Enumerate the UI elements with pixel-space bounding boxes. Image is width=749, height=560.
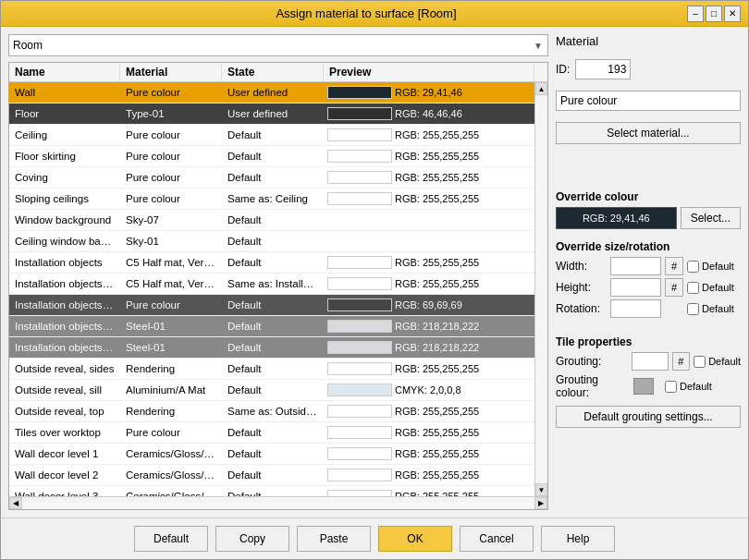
grouting-input[interactable]	[632, 352, 669, 371]
scroll-track[interactable]	[535, 95, 547, 483]
preview-cell: RGB: 255,255,255	[324, 252, 534, 273]
table-cell: Default	[222, 465, 324, 485]
minimize-button[interactable]: –	[687, 6, 704, 22]
table-cell: Default	[222, 252, 324, 273]
table-row[interactable]: Installation objects, eartSteel-01Defaul…	[9, 337, 534, 359]
grouting-colour-default-check: Default	[665, 381, 712, 393]
width-input[interactable]	[610, 257, 661, 275]
table-row[interactable]: Outside reveal, topRenderingSame as: Out…	[9, 401, 534, 422]
width-label: Width:	[556, 260, 607, 273]
width-hash-button[interactable]: #	[665, 257, 683, 275]
paste-button[interactable]: Paste	[297, 526, 371, 552]
height-hash-button[interactable]: #	[665, 278, 683, 297]
horiz-track[interactable]	[22, 497, 534, 509]
table-row[interactable]: Installation objects, holePure colourDef…	[9, 295, 534, 316]
rotation-default-checkbox[interactable]	[687, 303, 699, 315]
table-row[interactable]: Sloping ceilingsPure colourSame as: Ceil…	[9, 189, 534, 210]
copy-button[interactable]: Copy	[215, 526, 289, 552]
table-row[interactable]: FloorType-01User definedRGB: 46,46,46	[9, 103, 534, 125]
right-panel: Material ID: Select material... Override…	[556, 34, 741, 510]
restore-button[interactable]: □	[706, 6, 722, 22]
table-row[interactable]: Ceiling window backgrouSky-01Default	[9, 231, 534, 252]
height-input[interactable]	[610, 278, 661, 297]
grouting-default-label: Default	[708, 356, 741, 367]
material-name-input[interactable]	[556, 91, 741, 111]
table-cell: Coving	[9, 167, 120, 188]
table-row[interactable]: Wall decor level 3Ceramics/Gloss/Type-03…	[9, 486, 534, 496]
preview-cell: RGB: 218,218,222	[324, 316, 534, 336]
colour-row: RGB: 29,41,46 Select...	[556, 207, 741, 229]
rotation-label: Rotation:	[556, 302, 607, 315]
width-default-check: Default	[687, 261, 734, 273]
preview-cell: RGB: 255,255,255	[324, 359, 534, 379]
table-row[interactable]: Wall decor level 1Ceramics/Gloss/Type-03…	[9, 444, 534, 465]
material-panel-title: Material	[556, 34, 741, 48]
grouting-colour-row: Grouting colour: Default	[556, 373, 741, 399]
ok-button[interactable]: OK	[378, 526, 452, 552]
surface-table: Name Material State Preview WallPure col…	[8, 62, 548, 510]
table-cell: Wall decor level 2	[9, 465, 120, 485]
table-cell: Type-01	[120, 103, 222, 124]
grouting-hash-button[interactable]: #	[672, 352, 690, 371]
table-row[interactable]: Outside reveal, sidesRenderingDefaultRGB…	[9, 359, 534, 380]
width-row: Width: # Default	[556, 257, 741, 275]
scroll-left-btn[interactable]: ◀	[9, 497, 22, 509]
rotation-row: Rotation: Default	[556, 299, 741, 318]
table-row[interactable]: WallPure colourUser definedRGB: 29,41,46	[9, 82, 534, 103]
col-preview: Preview	[324, 63, 534, 81]
height-default-label: Default	[702, 282, 734, 293]
table-row[interactable]: Wall decor level 2Ceramics/Gloss/Type-03…	[9, 465, 534, 486]
table-cell: Pure colour	[120, 125, 222, 145]
width-default-checkbox[interactable]	[687, 261, 699, 273]
cancel-button[interactable]: Cancel	[460, 526, 534, 552]
table-cell: Rendering	[120, 359, 222, 379]
height-default-checkbox[interactable]	[687, 282, 699, 294]
help-button[interactable]: Help	[541, 526, 615, 552]
grouting-row: Grouting: # Default	[556, 352, 741, 371]
id-input[interactable]	[575, 59, 631, 79]
close-button[interactable]: ✕	[724, 6, 741, 22]
scroll-right-btn[interactable]: ▶	[534, 497, 547, 509]
table-row[interactable]: CeilingPure colourDefaultRGB: 255,255,25…	[9, 125, 534, 146]
grouting-colour-label: Grouting colour:	[556, 373, 630, 399]
table-cell: Sky-07	[120, 210, 222, 230]
table-cell: C5 Half mat, Very smoot	[120, 252, 222, 273]
select-material-button[interactable]: Select material...	[556, 122, 741, 144]
rotation-input[interactable]	[610, 299, 661, 318]
height-default-check: Default	[687, 282, 734, 294]
grouting-colour-default-checkbox[interactable]	[665, 381, 677, 393]
scroll-up-btn[interactable]: ▲	[535, 82, 547, 95]
table-row[interactable]: Outside reveal, sillAluminium/A MatDefau…	[9, 380, 534, 401]
grouting-default-checkbox[interactable]	[694, 356, 706, 368]
tile-section: Tile properties Grouting: # Default Grou…	[556, 335, 741, 428]
table-cell: Installation objects, scre	[9, 316, 120, 336]
table-row[interactable]: CovingPure colourDefaultRGB: 255,255,255	[9, 167, 534, 189]
room-dropdown[interactable]: Room	[8, 34, 548, 56]
rotation-default-label: Default	[702, 303, 734, 314]
table-row[interactable]: Installation objectsC5 Half mat, Very sm…	[9, 252, 534, 274]
colour-select-button[interactable]: Select...	[681, 207, 741, 229]
table-row[interactable]: Tiles over worktopPure colourDefaultRGB:…	[9, 422, 534, 444]
table-row[interactable]: Floor skirtingPure colourDefaultRGB: 255…	[9, 146, 534, 167]
default-grouting-button[interactable]: Default grouting settings...	[556, 406, 741, 428]
table-cell: Default	[222, 210, 324, 230]
table-row[interactable]: Window backgroundSky-07Default	[9, 210, 534, 231]
table-cell: Default	[222, 380, 324, 400]
col-name: Name	[9, 63, 120, 81]
table-cell: Window background	[9, 210, 120, 230]
default-button[interactable]: Default	[134, 526, 208, 552]
preview-cell: RGB: 255,255,255	[324, 125, 534, 145]
table-cell: Outside reveal, sides	[9, 359, 120, 379]
scroll-down-btn[interactable]: ▼	[535, 483, 547, 496]
table-row[interactable]: Installation objects, framC5 Half mat, V…	[9, 274, 534, 295]
table-cell: Ceiling	[9, 125, 120, 145]
table-cell: Outside reveal, top	[9, 401, 120, 421]
table-cell: Outside reveal, sill	[9, 380, 120, 400]
horizontal-scrollbar[interactable]: ◀ ▶	[9, 496, 547, 509]
table-cell: Ceramics/Gloss/Type-03	[120, 465, 222, 485]
table-cell: Installation objects, fram	[9, 274, 120, 294]
vertical-scrollbar[interactable]: ▲ ▼	[534, 82, 547, 496]
table-row[interactable]: Installation objects, screSteel-01Defaul…	[9, 316, 534, 337]
table-cell: User defined	[222, 82, 324, 103]
preview-cell: CMYK: 2,0,0,8	[324, 380, 534, 400]
